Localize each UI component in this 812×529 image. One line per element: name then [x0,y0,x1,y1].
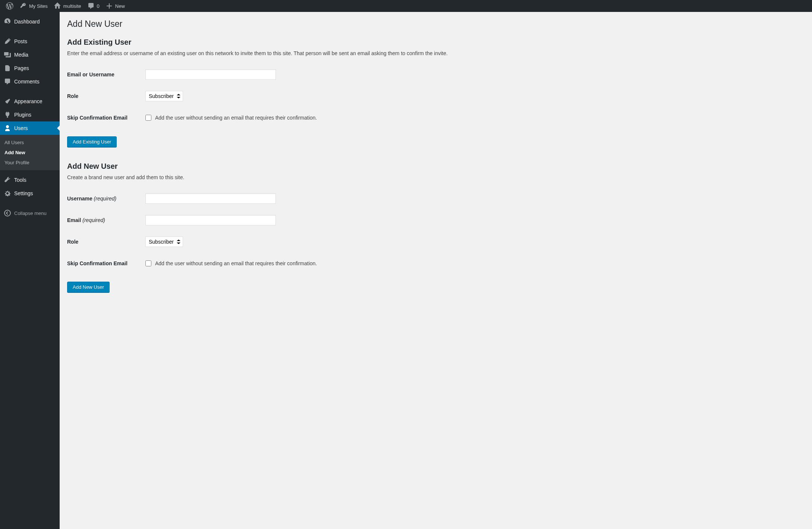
sidebar-item-label: Comments [14,79,40,85]
admin-menu-lower: Tools Settings [0,170,60,204]
comments-link[interactable]: 0 [84,0,103,12]
collapse-label: Collapse menu [14,210,47,216]
comments-icon [4,78,11,85]
comment-icon [87,2,95,10]
my-sites-link[interactable]: My Sites [16,0,51,12]
add-existing-description: Enter the email address or username of a… [67,50,805,56]
users-icon [4,124,11,132]
new-role-select[interactable]: Subscriber [145,237,183,247]
admin-menu: Dashboard Posts Media Pages Comments App… [0,12,60,135]
add-new-description: Create a brand new user and add them to … [67,174,805,180]
sidebar-item-label: Tools [14,177,26,183]
main-content: Add New User Add Existing User Enter the… [60,12,812,319]
admin-bar: My Sites multisite 0 New [0,0,812,12]
new-role-label: Role [67,231,142,253]
collapse-icon [4,209,11,217]
sidebar-item-label: Dashboard [14,19,40,25]
add-new-user-button[interactable]: Add New User [67,282,110,292]
existing-skip-checkbox[interactable] [145,115,151,121]
media-icon [4,51,11,58]
submenu-item-add-new[interactable]: Add New [0,148,60,158]
sidebar-item-label: Pages [14,65,29,71]
settings-icon [4,190,11,197]
page-title: Add New User [67,16,805,31]
existing-skip-desc: Add the user without sending an email th… [155,115,317,121]
appearance-icon [4,98,11,105]
users-submenu: All Users Add New Your Profile [0,135,60,170]
menu-separator [0,31,60,32]
sidebar-item-label: Settings [14,190,33,196]
menu-separator [0,91,60,92]
sidebar-item-settings[interactable]: Settings [0,187,60,200]
sidebar-item-label: Users [14,125,28,131]
key-icon [19,2,27,10]
sidebar-item-media[interactable]: Media [0,48,60,61]
dashboard-icon [4,18,11,25]
add-new-form: Username (required) Email (required) Rol… [67,188,805,275]
new-skip-desc: Add the user without sending an email th… [155,260,317,266]
email-username-input[interactable] [145,69,276,80]
new-content-link[interactable]: New [103,0,128,12]
email-username-label: Email or Username [67,64,142,85]
sidebar-item-users[interactable]: Users [0,121,60,135]
add-existing-heading: Add Existing User [67,38,805,47]
posts-icon [4,38,11,45]
new-skip-checkbox[interactable] [145,260,151,266]
sidebar-item-label: Posts [14,38,27,44]
menu-separator [0,202,60,204]
existing-role-select[interactable]: Subscriber [145,91,183,101]
comments-count: 0 [97,3,100,9]
home-icon [54,2,61,10]
new-label: New [115,3,125,9]
site-name-link[interactable]: multisite [51,0,84,12]
sidebar-item-label: Appearance [14,98,43,104]
pages-icon [4,64,11,72]
plugins-icon [4,111,11,118]
submenu-item-your-profile[interactable]: Your Profile [0,158,60,168]
new-skip-label: Skip Confirmation Email [67,253,142,274]
wordpress-icon [6,2,13,10]
sidebar-item-pages[interactable]: Pages [0,61,60,75]
svg-point-0 [4,210,10,216]
tools-icon [4,176,11,184]
site-name-label: multisite [63,3,81,9]
collapse-menu-button[interactable]: Collapse menu [0,206,60,220]
username-input[interactable] [145,193,276,204]
admin-sidebar: Dashboard Posts Media Pages Comments App… [0,12,60,319]
sidebar-item-label: Plugins [14,112,31,118]
email-input[interactable] [145,215,276,225]
submenu-item-all-users[interactable]: All Users [0,137,60,148]
add-existing-user-button[interactable]: Add Existing User [67,136,117,147]
email-label: Email (required) [67,209,142,231]
sidebar-item-comments[interactable]: Comments [0,75,60,88]
username-label: Username (required) [67,188,142,209]
sidebar-item-dashboard[interactable]: Dashboard [0,15,60,28]
sidebar-item-tools[interactable]: Tools [0,173,60,187]
sidebar-item-posts[interactable]: Posts [0,35,60,48]
plus-icon [106,2,113,10]
existing-skip-label: Skip Confirmation Email [67,107,142,129]
sidebar-item-label: Media [14,52,28,58]
add-existing-form: Email or Username Role Subscriber Skip C… [67,64,805,129]
wp-logo[interactable] [3,0,16,12]
sidebar-item-appearance[interactable]: Appearance [0,95,60,108]
existing-role-label: Role [67,85,142,107]
add-new-heading: Add New User [67,162,805,171]
my-sites-label: My Sites [29,3,48,9]
sidebar-item-plugins[interactable]: Plugins [0,108,60,121]
